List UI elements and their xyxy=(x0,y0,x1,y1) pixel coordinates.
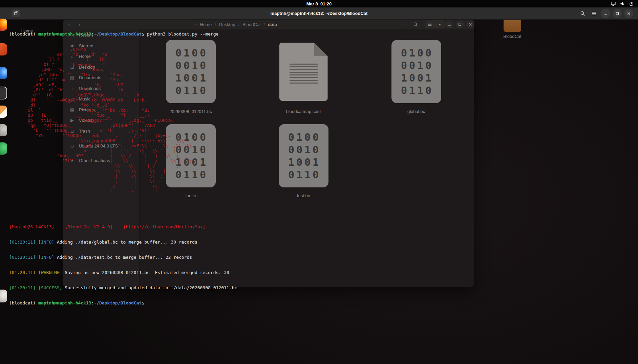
screen-share-icon xyxy=(611,1,616,6)
top-bar: Mar 8 01:20 xyxy=(0,0,638,7)
terminal-command-line: (bloodcat) maptnh@maptnh-h4ck13:~/Deskto… xyxy=(9,31,237,37)
prompt-user-host: maptnh@maptnh-h4ck13 xyxy=(38,300,91,305)
terminal-output: (bloodcat) maptnh@maptnh-h4ck13:~/Deskto… xyxy=(9,21,237,316)
maximize-button[interactable] xyxy=(613,9,622,18)
hamburger-menu-button[interactable] xyxy=(590,9,599,18)
bloodcat-ascii-art: ,uP~"b dP" "b, d" 'o l] [ " 'l lb Ol ? "… xyxy=(9,47,237,199)
volume-icon xyxy=(620,1,625,6)
desktop-screen: Home BloodCat ‹ › ⌂ Home / Desktop / Blo… xyxy=(0,0,638,364)
prompt-path: ~/Desktop/BloodCat xyxy=(94,31,142,37)
close-button[interactable] xyxy=(624,9,633,18)
dock-icon-app-green[interactable] xyxy=(0,142,7,155)
prompt-user-host: maptnh@maptnh-h4ck13 xyxy=(38,31,91,37)
log-line: [01:20:11] [INFO] Adding ./data/global.b… xyxy=(9,240,237,245)
terminal-title: maptnh@maptnh-h4ck13: ~/Desktop/BloodCat xyxy=(271,11,368,16)
log-line: [01:20:11] [WARNING] Saving as new 20260… xyxy=(9,270,237,275)
log-line: [01:20:11] [INFO] Adding ./data/test.bc … xyxy=(9,255,237,260)
terminal-prompt: (bloodcat) maptnh@maptnh-h4ck13:~/Deskto… xyxy=(9,300,237,305)
clock[interactable]: Mar 8 01:20 xyxy=(306,1,332,6)
dock-icon-text-editor[interactable] xyxy=(0,106,7,118)
dock-icon-bottom[interactable] xyxy=(0,290,7,302)
dock-icon-app-gray[interactable] xyxy=(0,124,7,136)
terminal-search-button[interactable] xyxy=(578,9,587,18)
dock-icon-firefox[interactable] xyxy=(0,19,7,31)
minimize-button[interactable] xyxy=(601,9,610,18)
terminal-window[interactable]: (bloodcat) maptnh@maptnh-h4ck13:~/Deskto… xyxy=(0,19,638,364)
dock-icon-terminal-active[interactable] xyxy=(0,87,7,99)
new-tab-button[interactable] xyxy=(12,9,20,17)
blank-line xyxy=(9,209,237,214)
bloodcat-banner: [Maptnh@S-H4CK13] [Blood Cat V2.4.9] [ht… xyxy=(9,224,237,229)
log-line: [01:20:11] [SUCCESS] Successfully merged… xyxy=(9,285,237,290)
system-tray[interactable] xyxy=(611,0,634,7)
prompt-path: ~/Desktop/BloodCat xyxy=(94,300,142,305)
dock-icon-app-blue[interactable] xyxy=(0,67,7,79)
dock-icon-app-orange[interactable] xyxy=(0,43,7,55)
terminal-titlebar[interactable]: maptnh@maptnh-h4ck13: ~/Desktop/BloodCat xyxy=(0,7,638,20)
power-icon xyxy=(629,1,634,6)
